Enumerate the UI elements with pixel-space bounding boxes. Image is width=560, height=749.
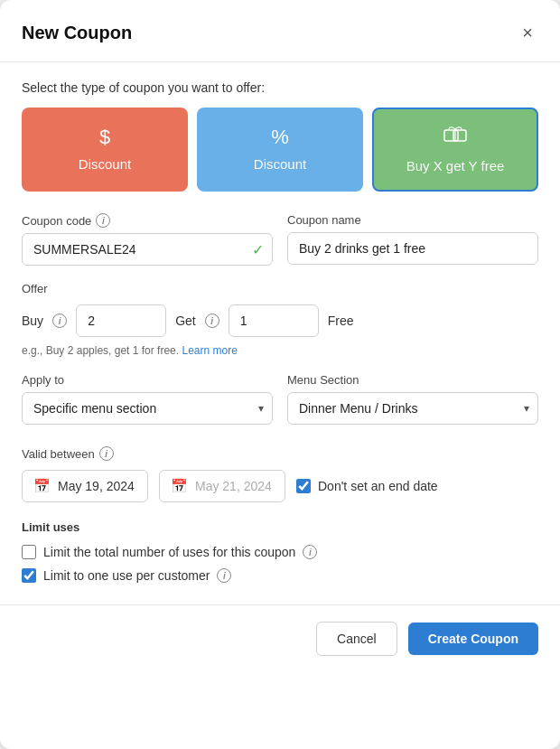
get-label: Get <box>175 314 196 328</box>
free-label: Free <box>328 314 354 328</box>
type-section-label: Select the type of coupon you want to of… <box>22 80 538 95</box>
per-customer-checkbox[interactable] <box>22 568 36 583</box>
coupon-type-dollar-button[interactable]: $ Discount <box>22 108 188 192</box>
percent-discount-label: Discount <box>254 156 306 172</box>
coupon-code-input-wrap: ✓ <box>22 233 273 266</box>
get-info-icon[interactable]: i <box>205 314 219 328</box>
limit-uses-title: Limit uses <box>22 520 538 534</box>
coupon-name-group: Coupon name <box>287 213 538 266</box>
start-date-input[interactable]: 📅 May 19, 2024 <box>22 470 148 502</box>
coupon-code-label: Coupon code i <box>22 213 273 228</box>
end-date-input[interactable]: 📅 May 21, 2024 <box>159 470 285 502</box>
start-cal-icon: 📅 <box>33 478 51 494</box>
date-row: 📅 May 19, 2024 📅 May 21, 2024 Don't set … <box>22 470 538 502</box>
apply-to-group: Apply to Specific menu section All items… <box>22 373 273 425</box>
total-limit-info-icon[interactable]: i <box>303 545 317 559</box>
coupon-code-check-icon: ✓ <box>252 241 264 258</box>
valid-between-label: Valid between i <box>22 446 538 461</box>
modal-title: New Coupon <box>22 23 132 43</box>
menu-section-select-wrap: Dinner Menu / Drinks Lunch Menu Breakfas… <box>287 392 538 425</box>
dollar-discount-label: Discount <box>79 156 131 172</box>
per-customer-limit-row: Limit to one use per customer i <box>22 568 538 583</box>
percent-icon: % <box>271 126 289 149</box>
coupon-code-input[interactable] <box>22 233 273 266</box>
buy-info-icon[interactable]: i <box>52 314 67 328</box>
coupon-type-percent-button[interactable]: % Discount <box>197 108 363 192</box>
valid-between-section: Valid between i 📅 May 19, 2024 📅 May 21,… <box>22 446 538 502</box>
coupon-code-group: Coupon code i ✓ <box>22 213 273 266</box>
total-limit-label: Limit the total number of uses for this … <box>43 545 295 559</box>
menu-section-label: Menu Section <box>287 373 538 387</box>
apply-to-select[interactable]: Specific menu section All items <box>22 392 273 425</box>
footer-divider <box>0 604 560 605</box>
coupon-type-selector: $ Discount % Discount Buy X get Y free <box>22 108 538 192</box>
dollar-icon: $ <box>99 126 110 149</box>
apply-to-label: Apply to <box>22 373 273 387</box>
cancel-button[interactable]: Cancel <box>316 622 397 656</box>
code-name-row: Coupon code i ✓ Coupon name <box>22 213 538 266</box>
menu-section-select[interactable]: Dinner Menu / Drinks Lunch Menu Breakfas… <box>287 392 538 425</box>
no-end-date-row: Don't set an end date <box>296 479 438 493</box>
per-customer-label: Limit to one use per customer <box>43 568 210 583</box>
svg-rect-0 <box>444 130 458 141</box>
start-date-value: May 19, 2024 <box>58 479 135 493</box>
buy-value-input[interactable] <box>76 304 166 337</box>
offer-section: Offer Buy i Get i Free e.g., Buy 2 apple… <box>22 282 538 357</box>
learn-more-link[interactable]: Learn more <box>182 344 237 357</box>
coupon-code-info-icon[interactable]: i <box>96 213 110 228</box>
apply-menu-row: Apply to Specific menu section All items… <box>22 373 538 425</box>
bogo-icon <box>443 126 467 151</box>
total-limit-checkbox[interactable] <box>22 545 36 559</box>
get-value-input[interactable] <box>229 304 319 337</box>
bogo-label: Buy X get Y free <box>406 158 505 173</box>
per-customer-info-icon[interactable]: i <box>217 568 231 583</box>
limit-uses-section: Limit uses Limit the total number of use… <box>22 520 538 583</box>
end-date-value: May 21, 2024 <box>195 479 272 493</box>
menu-section-group: Menu Section Dinner Menu / Drinks Lunch … <box>287 373 538 425</box>
total-limit-row: Limit the total number of uses for this … <box>22 545 538 559</box>
buy-label: Buy <box>22 314 43 328</box>
valid-between-info-icon[interactable]: i <box>99 446 114 461</box>
header-divider <box>0 61 560 62</box>
offer-label: Offer <box>22 282 538 295</box>
modal-footer: Cancel Create Coupon <box>22 622 538 656</box>
modal-header: New Coupon × <box>22 22 538 43</box>
no-end-date-label: Don't set an end date <box>318 479 438 493</box>
apply-to-select-wrap: Specific menu section All items ▾ <box>22 392 273 425</box>
create-coupon-button[interactable]: Create Coupon <box>408 623 538 655</box>
coupon-name-label: Coupon name <box>287 213 538 227</box>
end-cal-icon: 📅 <box>171 478 188 494</box>
offer-hint: e.g., Buy 2 apples, get 1 for free. Lear… <box>22 344 538 357</box>
close-button[interactable]: × <box>517 22 538 43</box>
new-coupon-modal: New Coupon × Select the type of coupon y… <box>0 0 560 749</box>
no-end-date-checkbox[interactable] <box>296 479 311 493</box>
offer-row: Buy i Get i Free <box>22 304 538 337</box>
coupon-name-input[interactable] <box>287 232 538 265</box>
coupon-type-bogo-button[interactable]: Buy X get Y free <box>372 108 538 192</box>
